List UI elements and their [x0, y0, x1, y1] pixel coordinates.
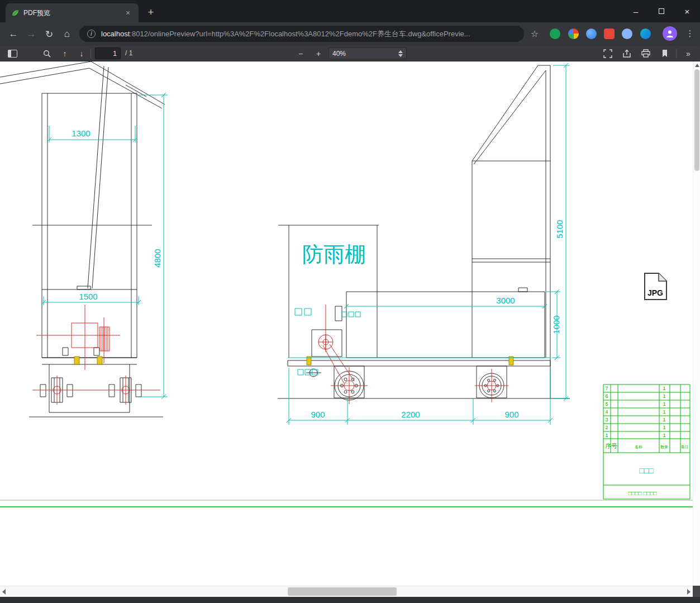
side-elevation-view: [278, 65, 570, 400]
vertical-scroll-thumb[interactable]: [694, 69, 699, 171]
cad-drawing: 1300 1500 4800 5100 3000 1000 900 2200 9…: [0, 61, 693, 586]
bookmark-star-icon[interactable]: ☆: [527, 26, 542, 41]
window-minimize-button[interactable]: –: [623, 0, 649, 22]
shelter-label: 防雨棚: [302, 243, 366, 266]
url-path: :8012/onlinePreview?url=http%3A%2F%2Floc…: [130, 30, 470, 38]
extension-translate-icon[interactable]: [550, 29, 560, 39]
zoom-value-label: 40%: [332, 50, 398, 58]
scroll-left-icon[interactable]: [2, 589, 6, 595]
browser-tab[interactable]: PDF预览 ×: [6, 3, 139, 22]
jpg-file-icon: JPG: [645, 273, 666, 300]
zoom-in-icon[interactable]: +: [311, 46, 326, 60]
url-host: localhost: [101, 30, 130, 38]
new-tab-button[interactable]: +: [144, 6, 158, 19]
select-spinner-icon: [398, 50, 403, 57]
red-centerlines: [32, 305, 508, 405]
page-info-icon[interactable]: i: [87, 30, 96, 38]
person-icon: [665, 29, 674, 38]
header-name: 名称: [635, 445, 642, 449]
left-elevation-view: [0, 61, 165, 417]
maximize-icon: [659, 8, 664, 14]
bookmark-icon[interactable]: [657, 46, 673, 60]
page-number-input[interactable]: [95, 48, 121, 59]
page-count-label: / 1: [125, 49, 132, 57]
search-icon[interactable]: [39, 46, 55, 60]
browser-navbar: ← → ↻ ⌂ i localhost:8012/onlinePreview?u…: [0, 22, 700, 45]
svg-text:1: 1: [663, 401, 665, 407]
svg-text:1: 1: [663, 433, 665, 438]
dimension-labels: 1300 1500 4800 5100 3000 1000 900 2200 9…: [72, 129, 564, 419]
reload-icon[interactable]: ↻: [41, 26, 57, 42]
dim-900-right: 900: [504, 410, 518, 419]
pdf-toolbar: ↑ ↓ / 1 − + 40% »: [0, 45, 700, 61]
tab-close-icon[interactable]: ×: [123, 8, 133, 18]
url-text: localhost:8012/onlinePreview?url=http%3A…: [101, 29, 470, 39]
extension-colorful-icon[interactable]: [568, 29, 579, 39]
svg-text:1: 1: [605, 433, 608, 438]
title-block-footer: □□□□ □□□□: [628, 490, 656, 496]
vertical-scrollbar[interactable]: [693, 61, 700, 586]
home-icon[interactable]: ⌂: [59, 26, 75, 42]
title-block: [603, 384, 690, 499]
svg-text:5: 5: [605, 401, 608, 407]
scroll-right-icon[interactable]: [687, 589, 691, 595]
window-controls: – ×: [623, 0, 700, 22]
svg-text:1: 1: [663, 425, 665, 430]
print-icon[interactable]: [638, 46, 654, 60]
dim-900-left: 900: [311, 410, 325, 419]
url-bar[interactable]: i localhost:8012/onlinePreview?url=http%…: [79, 26, 524, 42]
dim-3000: 3000: [496, 296, 515, 305]
window-maximize-button[interactable]: [649, 0, 674, 22]
next-page-icon[interactable]: ↓: [74, 46, 89, 60]
dim-5100: 5100: [555, 220, 564, 238]
sidebar-toggle-icon[interactable]: [4, 46, 20, 60]
jpg-badge-label: JPG: [647, 288, 663, 297]
svg-text:1: 1: [663, 386, 665, 391]
pdf-page-view[interactable]: 1300 1500 4800 5100 3000 1000 900 2200 9…: [0, 61, 693, 586]
browser-menu-icon[interactable]: ⋮: [683, 26, 697, 41]
presentation-mode-icon[interactable]: [600, 46, 616, 60]
horizontal-scrollbar[interactable]: [0, 586, 693, 597]
toolbar-divider: [676, 49, 677, 58]
profile-avatar[interactable]: [663, 26, 677, 41]
window-close-button[interactable]: ×: [674, 0, 700, 22]
dim-1000: 1000: [551, 315, 561, 334]
svg-text:1: 1: [663, 393, 665, 399]
title-block-name-placeholder: □□□: [639, 466, 654, 475]
tab-favicon-leaf-icon: [11, 9, 19, 17]
svg-text:6: 6: [605, 393, 608, 399]
extension-shield-icon[interactable]: [640, 29, 651, 39]
forward-icon[interactable]: →: [23, 26, 39, 42]
svg-text:2: 2: [605, 425, 608, 430]
header-qty: 数量: [660, 445, 668, 449]
extension-red-grid-icon[interactable]: [604, 29, 615, 39]
svg-text:7: 7: [605, 386, 608, 391]
window-bottom-strip: [0, 597, 700, 603]
scrollbar-corner: [693, 586, 700, 597]
extension-blue-globe-icon[interactable]: [586, 29, 597, 39]
previous-page-icon[interactable]: ↑: [57, 46, 73, 60]
header-seq: 序号: [605, 443, 617, 449]
extension-cloud-icon[interactable]: [622, 29, 632, 39]
zoom-out-icon[interactable]: −: [293, 46, 308, 60]
toolbar-divider: [91, 49, 91, 58]
dim-1500: 1500: [79, 292, 97, 301]
open-file-icon[interactable]: [619, 46, 635, 60]
zoom-select[interactable]: 40%: [328, 48, 407, 59]
back-icon[interactable]: ←: [6, 26, 21, 42]
tab-title: PDF预览: [23, 8, 123, 18]
scroll-up-icon[interactable]: [695, 64, 699, 67]
dim-2200: 2200: [401, 410, 420, 419]
svg-text:3: 3: [605, 417, 608, 422]
browser-titlebar: PDF预览 × + – ×: [0, 0, 700, 22]
dim-1300: 1300: [72, 129, 90, 138]
svg-text:1: 1: [663, 409, 665, 415]
svg-text:1: 1: [663, 417, 665, 422]
horizontal-scroll-thumb[interactable]: [288, 587, 397, 596]
dim-4800: 4800: [153, 249, 162, 267]
svg-text:4: 4: [605, 409, 608, 415]
more-tools-icon[interactable]: »: [680, 46, 696, 60]
header-note: 备注: [681, 444, 689, 449]
